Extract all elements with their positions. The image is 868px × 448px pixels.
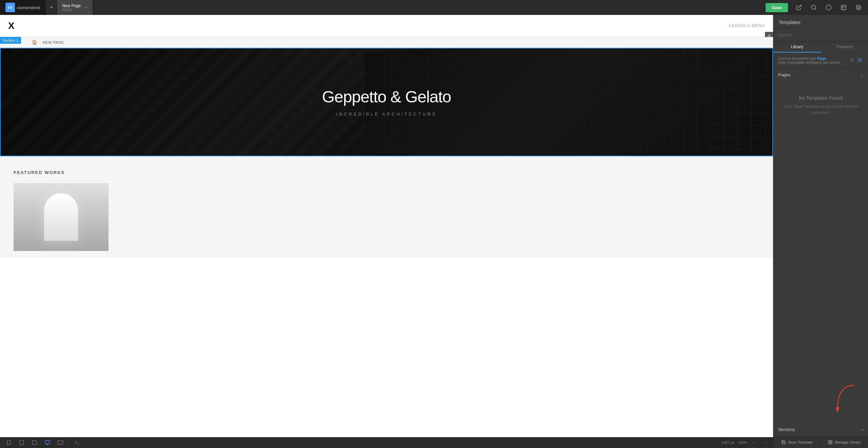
save-button[interactable]: Save [766, 3, 788, 12]
status-divider [68, 440, 69, 445]
tab-content: New Page PAGE [62, 3, 81, 12]
svg-rect-3 [841, 5, 846, 10]
package-button[interactable] [822, 1, 835, 14]
breadcrumb-separator: › [39, 40, 41, 45]
top-bar-left: cs cornerstone + New Page PAGE × [0, 0, 93, 15]
doc-type-line1: Current document type [778, 56, 816, 60]
list-view-button[interactable]: ⊞ [848, 56, 855, 63]
featured-card-1[interactable] [14, 183, 108, 251]
canvas-area: X ASSIGN A MENU ⚙ Section 1 🏠 › NEW PAGE [0, 15, 773, 448]
main-layout: X ASSIGN A MENU ⚙ Section 1 🏠 › NEW PAGE [0, 15, 868, 448]
mobile-icon [6, 440, 12, 445]
hero-section[interactable]: Geppetto & Gelato INCREDIBLE ARCHITECTUR… [0, 48, 773, 156]
desktop-icon [45, 440, 50, 445]
search-icon [811, 4, 817, 11]
external-link-icon [796, 4, 802, 11]
svg-rect-22 [829, 443, 830, 444]
package-icon [826, 4, 832, 11]
panel-content: Pages ∨ No Templates Found Click Save Te… [773, 68, 868, 436]
svg-rect-20 [831, 441, 832, 442]
page-canvas[interactable]: Geppetto & Gelato INCREDIBLE ARCHITECTUR… [0, 48, 773, 437]
breadcrumb-bar: Section 1 🏠 › NEW PAGE [0, 37, 773, 48]
tablet-portrait-button[interactable] [17, 439, 26, 447]
tab-themeco[interactable]: Themeco [821, 42, 868, 53]
sections-area: Sections › [773, 423, 868, 436]
svg-line-2 [815, 8, 816, 9]
pages-accordion: Pages ∨ [773, 68, 868, 82]
sections-label: Sections [778, 427, 795, 432]
hero-title: Geppetto & Gelato [322, 87, 451, 106]
save-template-label: Save Template [788, 440, 813, 444]
tablet-landscape-button[interactable] [30, 439, 39, 447]
panel-bottom-buttons: Save Template Manage Library [773, 436, 868, 448]
tab-subtitle: PAGE [62, 8, 81, 12]
doc-type-page-badge: Page [817, 56, 826, 60]
arch-graphic [44, 193, 78, 241]
svg-marker-18 [835, 407, 840, 412]
search-button[interactable] [807, 1, 821, 14]
svg-rect-11 [32, 441, 37, 445]
view-toggle: ⊞ ⊟ [848, 56, 863, 63]
doc-type-text: Current document type Page Only compatib… [778, 56, 841, 64]
widescreen-view-button[interactable] [56, 439, 65, 447]
right-panel: Templates Library Themeco Current docume… [773, 15, 868, 448]
breadcrumb-home-icon[interactable]: 🏠 [32, 40, 37, 45]
panel-search-area [773, 28, 868, 42]
svg-marker-6 [856, 5, 861, 8]
resolution-display: 1387 px [721, 441, 734, 445]
breadcrumb-page-name: NEW PAGE [43, 40, 64, 44]
arrow-annotation [831, 382, 858, 416]
svg-point-1 [811, 5, 815, 9]
status-bar: 1387 px 100% ← → [0, 437, 773, 448]
add-tab-button[interactable]: + [46, 4, 58, 11]
layout-button[interactable] [837, 1, 850, 14]
save-template-button[interactable]: Save Template [773, 436, 821, 448]
layers-icon [855, 4, 862, 11]
card-arch-image [14, 183, 108, 251]
tablet-portrait-icon [19, 440, 24, 445]
manage-library-button[interactable]: Manage Library [821, 436, 868, 448]
pages-label: Pages [778, 72, 791, 77]
featured-section: FEATURED WORKS [0, 156, 773, 258]
empty-state: No Templates Found Click Save Template t… [773, 82, 868, 129]
featured-title: FEATURED WORKS [14, 170, 760, 175]
page-tab[interactable]: New Page PAGE × [57, 0, 93, 15]
desktop-view-button[interactable] [43, 439, 52, 447]
doc-type-info: Current document type Page Only compatib… [773, 53, 868, 68]
undo-button[interactable]: ← [751, 440, 758, 445]
site-header: X ASSIGN A MENU [0, 15, 773, 37]
code-view-button[interactable] [72, 439, 82, 447]
tab-library[interactable]: Library [773, 42, 821, 53]
hero-subtitle: INCREDIBLE ARCHITECTURE [322, 112, 451, 117]
save-template-icon [781, 440, 786, 445]
svg-rect-16 [58, 441, 63, 445]
cs-logo-icon: cs [5, 3, 15, 12]
pages-accordion-header[interactable]: Pages ∨ [773, 68, 868, 81]
top-bar-right: Save [766, 0, 868, 15]
layers-button[interactable] [852, 1, 865, 14]
assign-menu-label[interactable]: ASSIGN A MENU [729, 23, 765, 28]
zoom-display: 100% [738, 441, 747, 445]
panel-tabs: Library Themeco [773, 42, 868, 53]
cornerstone-logo[interactable]: cs cornerstone [0, 0, 46, 15]
svg-rect-21 [831, 443, 832, 444]
manage-library-label: Manage Library [835, 440, 861, 444]
tablet-landscape-icon [32, 440, 37, 445]
grid-view-button[interactable]: ⊟ [856, 56, 863, 63]
template-search-input[interactable] [777, 31, 864, 39]
tab-close-button[interactable]: × [85, 5, 88, 10]
tab-title: New Page [62, 3, 81, 8]
doc-type-line2: Only compatible templates are shown. [778, 60, 841, 64]
mobile-view-button[interactable] [4, 439, 14, 447]
hero-content: Geppetto & Gelato INCREDIBLE ARCHITECTUR… [322, 87, 451, 117]
section-label: Section 1 [0, 37, 21, 44]
cs-logo-text: cornerstone [17, 5, 40, 10]
svg-line-0 [798, 5, 801, 8]
empty-state-title: No Templates Found [780, 95, 861, 101]
panel-header: Templates [773, 15, 868, 28]
sections-row[interactable]: Sections › [773, 423, 868, 436]
redo-button[interactable]: → [762, 440, 769, 445]
svg-rect-13 [45, 441, 50, 444]
external-link-button[interactable] [792, 1, 806, 14]
terminal-icon [74, 440, 80, 445]
